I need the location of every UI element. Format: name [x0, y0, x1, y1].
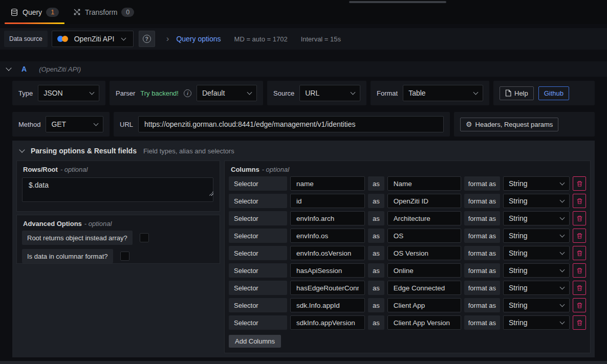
datasource-help-button[interactable]: ?: [139, 31, 155, 47]
try-backend-link[interactable]: Try backend!: [140, 89, 179, 97]
column-selector-input[interactable]: [290, 194, 365, 208]
query-options-toggle[interactable]: Query options: [176, 35, 221, 43]
root-returns-object-checkbox[interactable]: [140, 233, 149, 242]
delete-column-button[interactable]: [573, 229, 586, 243]
column-alias-input[interactable]: [387, 281, 461, 295]
delete-column-button[interactable]: [573, 315, 586, 330]
as-label: as: [368, 298, 384, 312]
query-row-header[interactable]: A (OpenZiti API): [0, 61, 607, 77]
column-alias-input[interactable]: [387, 229, 461, 243]
columns-panel: Columns- optional Selector as format as …: [224, 161, 591, 353]
column-selector-input[interactable]: [290, 176, 365, 191]
column-format-select[interactable]: String: [503, 246, 570, 260]
parsing-options-header[interactable]: Parsing options & Result fields Field ty…: [12, 141, 595, 160]
column-selector-input[interactable]: [290, 298, 365, 312]
selector-label: Selector: [229, 229, 287, 243]
column-format-select[interactable]: String: [503, 229, 570, 243]
parser-select[interactable]: Default: [197, 85, 257, 101]
column-format-select[interactable]: String: [503, 194, 570, 208]
method-select[interactable]: GET: [46, 116, 103, 132]
collapse-chevron-icon[interactable]: [6, 65, 11, 71]
delete-column-button[interactable]: [573, 281, 586, 295]
column-format-value: String: [509, 179, 528, 188]
type-label: Type: [18, 89, 33, 97]
as-label: as: [368, 281, 384, 295]
chevron-down-icon: [560, 197, 565, 202]
format-field: Format Table: [371, 81, 489, 105]
delete-column-button[interactable]: [573, 176, 586, 191]
selector-label: Selector: [229, 298, 287, 312]
columns-title: Columns: [231, 166, 259, 173]
column-alias-input[interactable]: [387, 315, 461, 330]
column-format-select[interactable]: String: [503, 176, 570, 191]
column-row: Selector as format as String: [229, 298, 586, 312]
source-select[interactable]: URL: [299, 85, 360, 101]
column-selector-input[interactable]: [290, 263, 365, 278]
rows-root-textarea[interactable]: [22, 177, 213, 202]
column-selector-input[interactable]: [290, 229, 365, 243]
column-alias-input[interactable]: [387, 194, 461, 208]
tab-query[interactable]: Query 1: [3, 0, 66, 24]
column-format-select[interactable]: String: [503, 298, 570, 312]
chevron-down-icon: [90, 89, 95, 95]
advanced-option-row: Root returns object instead array?: [22, 231, 214, 245]
column-alias-input[interactable]: [387, 263, 461, 278]
column-selector-input[interactable]: [290, 281, 365, 295]
column-selector-input[interactable]: [290, 246, 365, 260]
chevron-down-icon: [473, 89, 479, 95]
delete-column-button[interactable]: [573, 246, 586, 260]
datasource-picker[interactable]: OpenZiti API: [52, 31, 134, 47]
delete-column-button[interactable]: [573, 298, 586, 312]
columns-optional: - optional: [262, 166, 289, 173]
database-icon: [10, 8, 18, 16]
columnar-format-checkbox[interactable]: [120, 252, 129, 261]
delete-column-button[interactable]: [573, 263, 586, 278]
column-format-select[interactable]: String: [503, 281, 570, 295]
chevron-down-icon: [247, 89, 252, 95]
tab-transform[interactable]: Transform 0: [66, 0, 141, 24]
column-alias-input[interactable]: [387, 246, 461, 260]
type-field: Type JSON: [12, 81, 105, 105]
format-as-label: format as: [464, 281, 500, 295]
column-format-select[interactable]: String: [503, 263, 570, 278]
help-button-label: Help: [514, 89, 528, 97]
add-columns-button[interactable]: Add Columns: [229, 335, 281, 348]
tab-transform-label: Transform: [85, 8, 117, 16]
column-format-select[interactable]: String: [503, 315, 570, 330]
datasource-name: OpenZiti API: [74, 35, 115, 43]
delete-column-button[interactable]: [573, 211, 586, 225]
column-selector-input[interactable]: [290, 211, 365, 225]
column-alias-input[interactable]: [387, 298, 461, 312]
column-row: Selector as format as String: [229, 263, 586, 278]
column-row: Selector as format as String: [229, 229, 586, 243]
headers-segment: ⚙ Headers, Request params: [454, 112, 595, 136]
column-alias-input[interactable]: [387, 176, 461, 191]
query-datasource-hint: (OpenZiti API): [39, 65, 81, 73]
column-selector-input[interactable]: [290, 315, 365, 330]
columns-header: Columns- optional: [225, 161, 590, 176]
parser-field: Parser Try backend! i Default: [110, 81, 263, 105]
info-circle-icon[interactable]: i: [184, 89, 191, 97]
chevron-down-icon: [560, 319, 565, 324]
parsing-options-body: Rows/Root- optional Advanced Options- op…: [12, 160, 595, 357]
active-tab-underline: [5, 22, 64, 24]
format-select[interactable]: Table: [403, 85, 483, 101]
selector-label: Selector: [229, 281, 287, 295]
help-button[interactable]: Help: [500, 86, 534, 100]
format-as-label: format as: [464, 263, 500, 278]
chevron-down-icon: [560, 215, 565, 220]
column-alias-input[interactable]: [387, 211, 461, 225]
panel-resize-handle[interactable]: [349, 1, 446, 3]
resize-grip-icon[interactable]: [209, 191, 213, 196]
format-as-label: format as: [464, 211, 500, 225]
github-button[interactable]: Github: [538, 86, 569, 100]
column-format-select[interactable]: String: [503, 211, 570, 225]
delete-column-button[interactable]: [573, 194, 586, 208]
collapse-chevron-icon[interactable]: [19, 147, 25, 152]
advanced-options-panel: Advanced Options- optional Root returns …: [16, 215, 220, 264]
parsing-options-panel: Parsing options & Result fields Field ty…: [12, 141, 595, 357]
headers-request-params-button[interactable]: ⚙ Headers, Request params: [460, 118, 558, 131]
method-label: Method: [18, 121, 40, 128]
type-select[interactable]: JSON: [38, 85, 99, 101]
url-input[interactable]: [138, 116, 444, 132]
